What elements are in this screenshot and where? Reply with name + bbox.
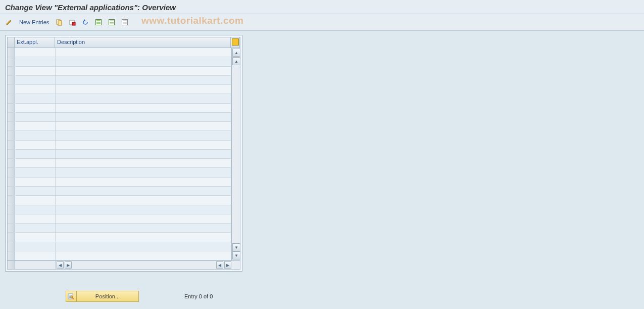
row-selector[interactable] (8, 48, 15, 57)
table-row[interactable] (8, 196, 231, 205)
cell-description[interactable] (56, 85, 231, 94)
table-row[interactable] (8, 205, 231, 214)
select-all-icon[interactable] (93, 17, 104, 27)
cell-ext-appl[interactable] (15, 141, 56, 149)
row-selector[interactable] (8, 187, 15, 195)
table-row[interactable] (8, 150, 231, 159)
table-row[interactable] (8, 214, 231, 224)
cell-ext-appl[interactable] (15, 67, 56, 75)
row-selector[interactable] (8, 141, 15, 149)
select-all-column-header[interactable] (8, 37, 15, 48)
delete-icon[interactable] (67, 17, 77, 27)
undo-change-icon[interactable] (80, 17, 90, 27)
select-block-icon[interactable] (107, 17, 117, 27)
cell-ext-appl[interactable] (15, 48, 56, 57)
cell-ext-appl[interactable] (15, 224, 56, 232)
table-row[interactable] (8, 178, 231, 187)
table-row[interactable] (8, 57, 231, 66)
configure-columns-button[interactable] (231, 37, 240, 48)
cell-description[interactable] (56, 57, 231, 66)
row-selector[interactable] (8, 205, 15, 214)
table-row[interactable] (8, 141, 231, 150)
row-selector[interactable] (8, 76, 15, 84)
row-selector[interactable] (8, 159, 15, 167)
row-selector[interactable] (8, 104, 15, 112)
cell-description[interactable] (56, 48, 231, 57)
cell-description[interactable] (56, 205, 231, 214)
row-selector[interactable] (8, 67, 15, 75)
table-row[interactable] (8, 48, 231, 57)
table-row[interactable] (8, 122, 231, 131)
cell-description[interactable] (56, 113, 231, 121)
table-row[interactable] (8, 131, 231, 140)
cell-ext-appl[interactable] (15, 168, 56, 176)
cell-description[interactable] (56, 251, 231, 260)
cell-description[interactable] (56, 242, 231, 251)
cell-ext-appl[interactable] (15, 233, 56, 241)
table-row[interactable] (8, 187, 231, 196)
cell-description[interactable] (56, 224, 231, 232)
cell-description[interactable] (56, 94, 231, 103)
row-selector[interactable] (8, 131, 15, 140)
row-selector[interactable] (8, 196, 15, 204)
row-selector[interactable] (8, 242, 15, 251)
scroll-right2-icon[interactable]: ▶ (224, 261, 231, 269)
toggle-change-icon[interactable] (4, 17, 14, 27)
column-header-description[interactable]: Description (55, 37, 231, 48)
row-selector[interactable] (8, 57, 15, 66)
row-selector[interactable] (8, 85, 15, 94)
scroll-down2-icon[interactable]: ▼ (232, 243, 240, 251)
scroll-down-icon[interactable]: ▼ (232, 251, 240, 259)
cell-ext-appl[interactable] (15, 104, 56, 112)
cell-ext-appl[interactable] (15, 242, 56, 251)
cell-description[interactable] (56, 168, 231, 176)
row-selector[interactable] (8, 122, 15, 130)
row-selector[interactable] (8, 251, 15, 260)
cell-ext-appl[interactable] (15, 196, 56, 204)
horizontal-scrollbar[interactable]: ◀ ▶ ◀ ▶ (8, 260, 240, 269)
row-selector[interactable] (8, 224, 15, 232)
cell-description[interactable] (56, 131, 231, 140)
cell-description[interactable] (56, 187, 231, 195)
cell-ext-appl[interactable] (15, 122, 56, 130)
table-row[interactable] (8, 242, 231, 251)
cell-ext-appl[interactable] (15, 57, 56, 66)
cell-ext-appl[interactable] (15, 131, 56, 140)
cell-ext-appl[interactable] (15, 113, 56, 121)
cell-description[interactable] (56, 233, 231, 241)
table-row[interactable] (8, 113, 231, 122)
cell-ext-appl[interactable] (15, 159, 56, 167)
cell-ext-appl[interactable] (15, 76, 56, 84)
cell-ext-appl[interactable] (15, 178, 56, 186)
cell-description[interactable] (56, 141, 231, 149)
table-row[interactable] (8, 168, 231, 177)
position-button[interactable]: Position... (66, 291, 139, 302)
row-selector[interactable] (8, 94, 15, 103)
cell-ext-appl[interactable] (15, 214, 56, 223)
row-selector[interactable] (8, 214, 15, 223)
table-row[interactable] (8, 159, 231, 168)
scroll-right-icon[interactable]: ▶ (65, 261, 72, 269)
cell-ext-appl[interactable] (15, 85, 56, 94)
cell-description[interactable] (56, 104, 231, 112)
row-selector[interactable] (8, 150, 15, 158)
column-header-ext-appl[interactable]: Ext.appl. (15, 37, 55, 48)
scroll-left2-icon[interactable]: ◀ (216, 261, 223, 269)
cell-description[interactable] (56, 178, 231, 186)
cell-ext-appl[interactable] (15, 251, 56, 260)
table-row[interactable] (8, 104, 231, 113)
table-row[interactable] (8, 251, 231, 260)
cell-description[interactable] (56, 122, 231, 130)
cell-description[interactable] (56, 214, 231, 223)
table-row[interactable] (8, 233, 231, 242)
copy-as-icon[interactable] (54, 17, 64, 27)
vertical-scrollbar[interactable]: ▲ ▲ ▼ ▼ (231, 48, 240, 260)
scroll-left-icon[interactable]: ◀ (57, 261, 64, 269)
row-selector[interactable] (8, 168, 15, 176)
table-row[interactable] (8, 67, 231, 76)
row-selector[interactable] (8, 233, 15, 241)
deselect-all-icon[interactable] (120, 17, 130, 27)
cell-description[interactable] (56, 76, 231, 84)
new-entries-button[interactable]: New Entries (17, 19, 51, 25)
cell-ext-appl[interactable] (15, 94, 56, 103)
